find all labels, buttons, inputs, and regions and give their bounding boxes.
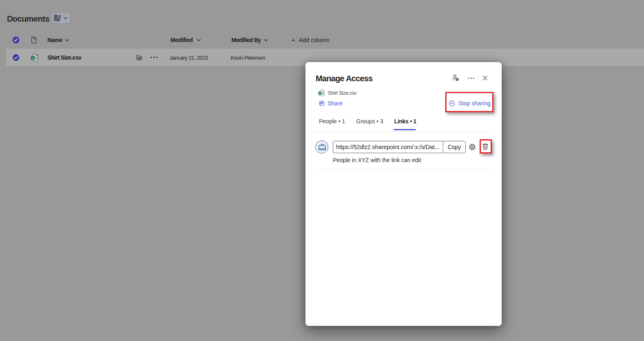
svg-text:x: x xyxy=(32,56,34,60)
svg-text:x: x xyxy=(319,92,321,95)
svg-text:a: a xyxy=(322,91,324,95)
